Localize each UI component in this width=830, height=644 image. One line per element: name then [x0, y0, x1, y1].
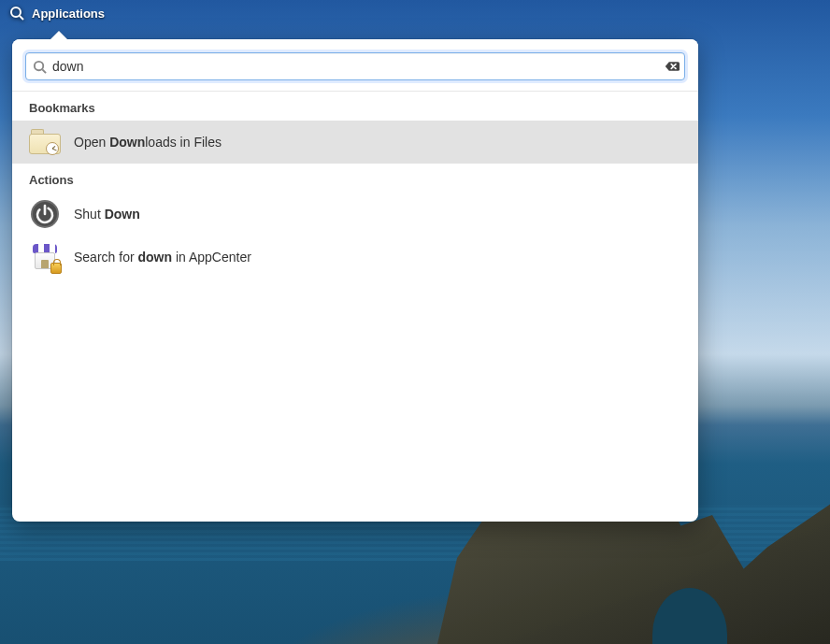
svg-point-0 — [11, 7, 21, 17]
power-icon — [29, 198, 61, 230]
search-bar-container — [12, 39, 698, 92]
result-label: Search for down in AppCenter — [74, 250, 251, 265]
result-open-downloads[interactable]: Open Downloads in Files — [12, 121, 698, 164]
result-search-appcenter[interactable]: Search for down in AppCenter — [12, 236, 698, 279]
search-field[interactable] — [25, 52, 685, 80]
desktop-wallpaper: Applications BookmarksOpen Downloads — [0, 0, 830, 644]
result-label: Open Downloads in Files — [74, 135, 222, 150]
search-icon — [26, 60, 52, 74]
svg-line-1 — [20, 16, 23, 20]
applications-popover: BookmarksOpen Downloads in FilesActionsS… — [12, 39, 698, 522]
svg-line-3 — [42, 69, 46, 73]
group-label-actions: Actions — [12, 164, 698, 193]
clear-search-icon[interactable] — [660, 53, 684, 79]
search-results: BookmarksOpen Downloads in FilesActionsS… — [12, 92, 698, 522]
top-panel: Applications — [0, 0, 830, 26]
folder-downloads-icon — [29, 126, 61, 158]
group-label-bookmarks: Bookmarks — [12, 92, 698, 121]
result-label: Shut Down — [74, 207, 140, 222]
applications-menu-button[interactable]: Applications — [32, 7, 105, 21]
result-shutdown[interactable]: Shut Down — [12, 193, 698, 236]
search-icon[interactable] — [9, 6, 24, 21]
search-input[interactable] — [52, 59, 660, 74]
appcenter-icon — [29, 241, 61, 273]
svg-point-2 — [34, 61, 42, 69]
